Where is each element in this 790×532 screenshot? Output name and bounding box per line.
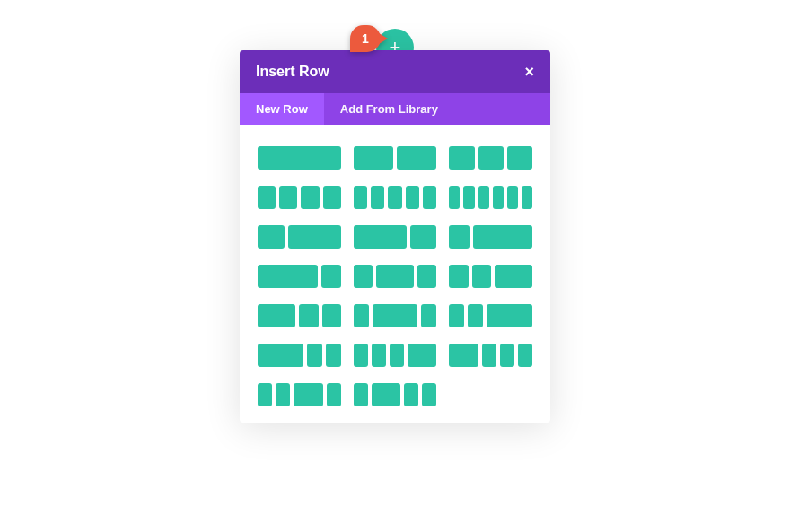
layout-col <box>390 344 404 367</box>
layout-col <box>493 186 504 209</box>
layout-col <box>258 344 303 367</box>
layout-col <box>449 186 460 209</box>
layout-col <box>406 186 419 209</box>
layout-option-5[interactable] <box>449 186 532 209</box>
layout-option-12[interactable] <box>258 304 341 327</box>
layout-col <box>478 146 504 170</box>
tab-new-row[interactable]: New Row <box>240 93 324 125</box>
panel-header: Insert Row × <box>240 50 550 93</box>
layout-option-2[interactable] <box>449 146 532 170</box>
layout-col <box>372 344 386 367</box>
layout-col <box>417 265 436 288</box>
layout-option-3[interactable] <box>258 186 341 209</box>
layout-col <box>322 304 341 327</box>
layout-col <box>518 344 532 367</box>
layout-col <box>423 186 436 209</box>
layout-col <box>388 186 401 209</box>
annotation-1-pointer <box>379 33 388 44</box>
layout-col <box>299 304 318 327</box>
layout-option-6[interactable] <box>258 225 341 249</box>
layout-col <box>404 383 418 406</box>
layout-col <box>279 186 297 209</box>
panel-title: Insert Row <box>256 64 329 80</box>
layout-col <box>258 265 318 288</box>
layout-col <box>276 383 290 406</box>
layout-col <box>354 146 393 170</box>
layout-option-17[interactable] <box>449 344 532 367</box>
annotation-1: 1 <box>350 25 381 52</box>
layout-col <box>371 186 384 209</box>
layout-col <box>482 344 496 367</box>
layout-col <box>507 146 532 170</box>
layout-option-16[interactable] <box>354 344 437 367</box>
layout-col <box>410 225 437 249</box>
layout-option-9[interactable] <box>258 265 341 288</box>
layout-col <box>463 186 474 209</box>
layout-col <box>495 265 532 288</box>
layout-col <box>294 383 322 406</box>
layout-col <box>307 344 322 367</box>
layout-option-11[interactable] <box>449 265 532 288</box>
layout-col <box>372 383 400 406</box>
layout-col <box>354 225 407 249</box>
layout-option-0[interactable] <box>258 146 341 170</box>
layout-col <box>397 146 436 170</box>
layout-col <box>500 344 514 367</box>
layout-option-7[interactable] <box>354 225 437 249</box>
close-button[interactable]: × <box>524 64 534 80</box>
layout-option-13[interactable] <box>354 304 437 327</box>
layout-col <box>487 304 532 327</box>
layout-col <box>354 304 369 327</box>
layout-col <box>522 186 532 209</box>
layout-col <box>421 304 436 327</box>
layout-col <box>354 265 373 288</box>
layout-col <box>301 186 319 209</box>
layout-col <box>449 225 469 249</box>
tab-add-from-library[interactable]: Add From Library <box>324 93 454 125</box>
layout-col <box>478 186 489 209</box>
layout-col <box>326 344 341 367</box>
layout-col <box>507 186 518 209</box>
layout-col <box>321 265 341 288</box>
layout-col <box>473 225 533 249</box>
close-icon: × <box>524 63 534 81</box>
layout-col <box>468 304 483 327</box>
layout-option-19[interactable] <box>354 383 437 406</box>
layout-col <box>373 304 418 327</box>
panel-tabs: New Row Add From Library <box>240 93 550 125</box>
layout-col <box>354 383 368 406</box>
layout-option-15[interactable] <box>258 344 341 367</box>
layout-col <box>376 265 414 288</box>
layout-col <box>323 186 341 209</box>
tab-add-from-library-label: Add From Library <box>340 102 438 116</box>
panel-body <box>240 125 550 423</box>
layout-grid <box>258 146 532 406</box>
tab-new-row-label: New Row <box>256 102 308 116</box>
layout-col <box>258 225 285 249</box>
layout-col <box>449 304 464 327</box>
layout-col <box>449 146 474 170</box>
layout-col <box>288 225 341 249</box>
layout-col <box>408 344 436 367</box>
layout-option-14[interactable] <box>449 304 532 327</box>
layout-col <box>422 383 436 406</box>
layout-option-1[interactable] <box>354 146 437 170</box>
layout-col <box>472 265 491 288</box>
layout-col <box>354 186 367 209</box>
layout-col <box>258 186 276 209</box>
layout-col <box>258 383 272 406</box>
layout-option-10[interactable] <box>354 265 437 288</box>
layout-col <box>449 344 478 367</box>
layout-option-4[interactable] <box>354 186 437 209</box>
layout-col <box>327 383 341 406</box>
layout-col <box>258 304 295 327</box>
layout-col <box>258 146 341 170</box>
insert-row-panel: 2 Insert Row × New Row Add From Library <box>240 50 550 423</box>
layout-col <box>354 344 368 367</box>
layout-col <box>449 265 468 288</box>
layout-option-18[interactable] <box>258 383 341 406</box>
annotation-1-label: 1 <box>362 31 369 46</box>
layout-option-8[interactable] <box>449 225 532 249</box>
